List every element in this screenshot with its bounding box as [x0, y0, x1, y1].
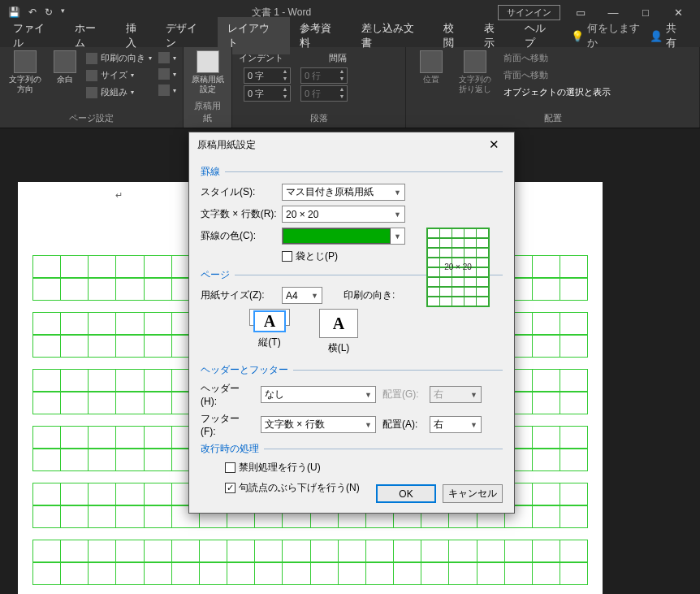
- footer-select[interactable]: 文字数 × 行数▼: [261, 416, 376, 433]
- redo-icon[interactable]: ↻: [45, 7, 53, 18]
- close-icon[interactable]: ✕: [666, 7, 690, 19]
- minimize-icon[interactable]: —: [601, 7, 625, 19]
- send-backward-button: 背面へ移動: [500, 67, 611, 83]
- share-button[interactable]: 👤 共有: [650, 21, 700, 50]
- orientation-button[interactable]: 印刷の向き▾: [86, 50, 152, 66]
- color-select[interactable]: ▼: [282, 228, 405, 245]
- portrait-label: 縦(T): [258, 336, 280, 349]
- section-grid: 罫線: [201, 165, 503, 179]
- indent-left-value[interactable]: [244, 71, 280, 80]
- group-paragraph: インデント 間隔 ▲▼ ▲▼ ▲▼ ▲▼ 段落: [232, 47, 406, 128]
- chars-value: 20 × 20: [286, 209, 318, 220]
- header-value: なし: [265, 388, 284, 401]
- spacing-before-input[interactable]: ▲▼: [300, 67, 348, 84]
- orientation-icon: [86, 53, 97, 64]
- spacing-after-input[interactable]: ▲▼: [300, 85, 348, 102]
- style-label: スタイル(S):: [201, 185, 277, 199]
- ribbon-options-icon[interactable]: ▭: [568, 7, 593, 19]
- columns-button[interactable]: 段組み▾: [86, 85, 152, 100]
- breaks-icon: [158, 52, 170, 63]
- section-grid-label: 罫線: [201, 165, 220, 179]
- indent-heading: インデント: [239, 52, 283, 66]
- footer-align-select[interactable]: 右▼: [430, 416, 482, 433]
- tell-me[interactable]: 💡 何をしますか: [571, 21, 650, 50]
- chevron-down-icon: ▼: [394, 189, 401, 197]
- columns-icon: [86, 87, 97, 98]
- margins-button[interactable]: 余白: [50, 50, 80, 85]
- bring-forward-label: 前面へ移動: [503, 52, 548, 64]
- burasage-label: 句読点のぶら下げを行う(N): [239, 481, 360, 495]
- text-direction-label: 文字列の方向: [6, 75, 44, 94]
- section-header-footer: ヘッダーとフッター: [201, 363, 503, 377]
- chevron-down-icon: ▼: [470, 391, 477, 399]
- spacing-before-value[interactable]: [301, 71, 337, 80]
- indent-left-input[interactable]: ▲▼: [244, 67, 291, 84]
- ribbon-tabs: ファイル ホーム 挿入 デザイン レイアウト 参考資料 差し込み文書 校閲 表示…: [0, 24, 700, 47]
- position-button: 位置: [413, 50, 450, 85]
- margins-icon: [54, 50, 76, 73]
- undo-icon[interactable]: ↶: [28, 7, 37, 18]
- position-label: 位置: [423, 75, 439, 85]
- share-label: 共有: [666, 21, 687, 50]
- checkbox-box: [225, 462, 235, 473]
- margins-label: 余白: [57, 75, 73, 85]
- portrait-icon: A: [253, 310, 286, 332]
- save-icon[interactable]: 💾: [8, 7, 20, 18]
- indent-right-value[interactable]: [244, 89, 280, 98]
- section-hf-label: ヘッダーとフッター: [201, 363, 288, 377]
- paragraph-mark-icon: ↵: [115, 190, 123, 201]
- ok-button[interactable]: OK: [376, 484, 436, 503]
- papersize-select[interactable]: A4▼: [282, 287, 322, 304]
- chevron-down-icon: ▼: [365, 421, 372, 429]
- indent-right-input[interactable]: ▲▼: [244, 85, 291, 102]
- selection-pane-button[interactable]: オブジェクトの選択と表示: [500, 85, 611, 100]
- papersize-label: 用紙サイズ(Z):: [201, 288, 277, 302]
- size-button[interactable]: サイズ▾: [86, 67, 152, 83]
- chevron-down-icon: ▼: [394, 210, 401, 219]
- share-icon: 👤: [650, 30, 663, 42]
- grid-preview: 20 × 20: [426, 228, 490, 307]
- dialog-close-icon[interactable]: ✕: [482, 136, 506, 154]
- chevron-down-icon: ▼: [470, 421, 477, 429]
- chars-label: 文字数 × 行数(R):: [201, 207, 277, 221]
- chevron-down-icon: ▼: [391, 232, 404, 241]
- group-arrange: 位置 文字列の折り返し 前面へ移動 背面へ移動 オブジェクトの選択と表示 配置: [406, 47, 700, 128]
- kinsoku-checkbox[interactable]: 禁則処理を行う(U): [225, 461, 503, 475]
- section-page-label: ページ: [201, 268, 230, 282]
- style-value: マス目付き原稿用紙: [286, 185, 374, 199]
- group-genkou: 原稿用紙設定 原稿用紙: [184, 47, 232, 128]
- maximize-icon[interactable]: □: [633, 7, 658, 19]
- papersize-value: A4: [286, 290, 298, 301]
- genkou-settings-button[interactable]: 原稿用紙設定: [190, 50, 225, 94]
- header-select[interactable]: なし▼: [261, 386, 376, 403]
- columns-label: 段組み: [101, 86, 127, 98]
- fold-label: 袋とじ(P): [296, 249, 338, 263]
- genkou-settings-dialog: 原稿用紙設定 ✕ 罫線 スタイル(S): マス目付き原稿用紙▼ 文字数 × 行数…: [188, 132, 515, 514]
- line-numbers-button[interactable]: ▾: [158, 67, 176, 81]
- hyphenation-button[interactable]: ▾: [158, 83, 176, 98]
- header-label: ヘッダー(H):: [201, 382, 254, 407]
- orientation-portrait[interactable]: A 縦(T): [249, 309, 290, 326]
- style-select[interactable]: マス目付き原稿用紙▼: [282, 184, 405, 201]
- group-label-arrange: 配置: [413, 110, 693, 128]
- fold-checkbox[interactable]: 袋とじ(P): [282, 249, 338, 263]
- orientation-label-dlg: 印刷の向き:: [344, 288, 395, 302]
- checkbox-box: [282, 251, 292, 262]
- breaks-button[interactable]: ▾: [158, 50, 176, 65]
- color-label: 罫線の色(C):: [201, 229, 277, 243]
- preview-size-label: 20 × 20: [427, 262, 489, 271]
- chars-select[interactable]: 20 × 20▼: [282, 206, 405, 223]
- header-align-label: 配置(G):: [382, 388, 423, 401]
- size-label: サイズ: [101, 69, 127, 81]
- landscape-icon: A: [319, 309, 358, 338]
- bring-forward-button: 前面へ移動: [500, 50, 611, 66]
- orientation-landscape[interactable]: A 横(L): [319, 309, 358, 355]
- spacing-heading: 間隔: [329, 52, 347, 66]
- group-page-setup: 文字列の方向 余白 印刷の向き▾ サイズ▾ 段組み▾ ▾ ▾ ▾ ページ設定: [0, 47, 184, 128]
- text-direction-button[interactable]: 文字列の方向: [6, 50, 44, 94]
- wrap-label: 文字列の折り返し: [456, 75, 494, 94]
- spacing-after-value[interactable]: [301, 89, 337, 98]
- cancel-button[interactable]: キャンセル: [443, 484, 503, 503]
- section-break-label: 改行時の処理: [201, 442, 259, 456]
- group-label-genkou: 原稿用紙: [190, 98, 225, 128]
